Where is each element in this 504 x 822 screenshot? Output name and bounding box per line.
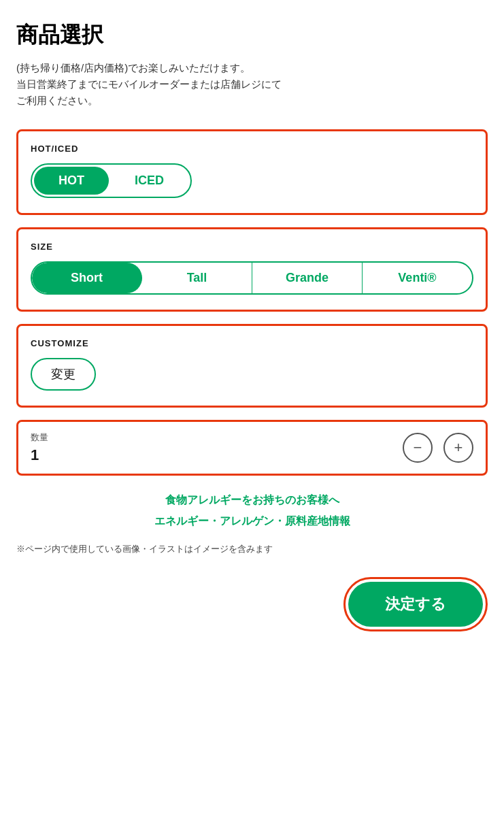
confirm-button-wrapper: 決定する xyxy=(343,577,488,631)
size-venti[interactable]: Venti® xyxy=(363,263,472,293)
customize-button[interactable]: 変更 xyxy=(31,358,96,391)
size-grande[interactable]: Grande xyxy=(252,263,363,293)
quantity-value: 1 xyxy=(31,446,48,464)
disclaimer-text: ※ページ内で使用している画像・イラストはイメージを含みます xyxy=(16,542,488,557)
size-short[interactable]: Short xyxy=(32,263,142,293)
hot-iced-toggle-group: HOT ICED xyxy=(31,163,192,198)
quantity-label: 数量 xyxy=(31,431,48,444)
size-tall[interactable]: Tall xyxy=(142,263,252,293)
hot-iced-section: HOT/ICED HOT ICED xyxy=(16,129,488,215)
size-section: SIZE Short Tall Grande Venti® xyxy=(16,227,488,312)
size-toggle-group: Short Tall Grande Venti® xyxy=(31,261,473,295)
allergy-link[interactable]: 食物アレルギーをお持ちのお客様へ xyxy=(16,493,488,508)
quantity-increment-button[interactable]: + xyxy=(443,433,473,463)
subtitle-line2: 当日営業終了までにモバイルオーダーまたは店舗レジにて xyxy=(16,78,282,90)
page-title: 商品選択 xyxy=(16,20,488,50)
size-label: SIZE xyxy=(31,242,473,252)
footer-row: 決定する xyxy=(16,577,488,631)
subtitle-line1: (持ち帰り価格/店内価格)でお楽しみいただけます。 xyxy=(16,62,250,73)
quantity-section: 数量 1 − + xyxy=(16,420,488,476)
energy-link[interactable]: エネルギー・アレルゲン・原料産地情報 xyxy=(16,514,488,529)
quantity-controls: − + xyxy=(403,433,473,463)
subtitle: (持ち帰り価格/店内価格)でお楽しみいただけます。 当日営業終了までにモバイルオ… xyxy=(16,60,488,109)
hot-option[interactable]: HOT xyxy=(34,167,109,195)
iced-option[interactable]: ICED xyxy=(110,167,188,195)
confirm-button[interactable]: 決定する xyxy=(348,582,483,627)
customize-section: CUSTOMIZE 変更 xyxy=(16,324,488,408)
quantity-decrement-button[interactable]: − xyxy=(403,433,433,463)
customize-label: CUSTOMIZE xyxy=(31,338,473,348)
subtitle-line3: ご利用ください。 xyxy=(16,95,98,106)
hot-iced-label: HOT/ICED xyxy=(31,144,473,154)
quantity-info: 数量 1 xyxy=(31,431,48,464)
